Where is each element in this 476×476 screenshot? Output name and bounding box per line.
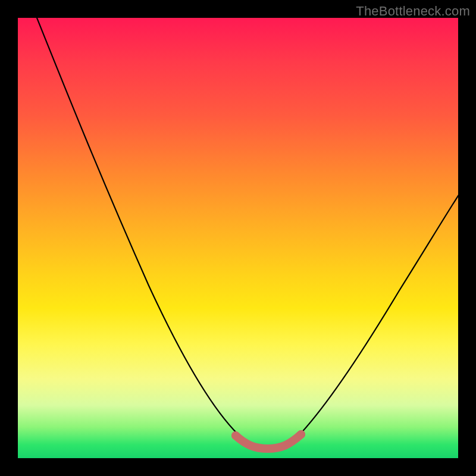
curve-layer <box>18 18 458 458</box>
watermark-text: TheBottleneck.com <box>356 4 470 19</box>
bottleneck-curve <box>35 18 458 447</box>
optimal-zone <box>236 434 301 449</box>
plot-area <box>18 18 458 458</box>
optimal-zone-dot-right <box>297 430 305 439</box>
optimal-zone-dot-left <box>231 431 240 440</box>
chart-frame: TheBottleneck.com <box>0 0 476 476</box>
